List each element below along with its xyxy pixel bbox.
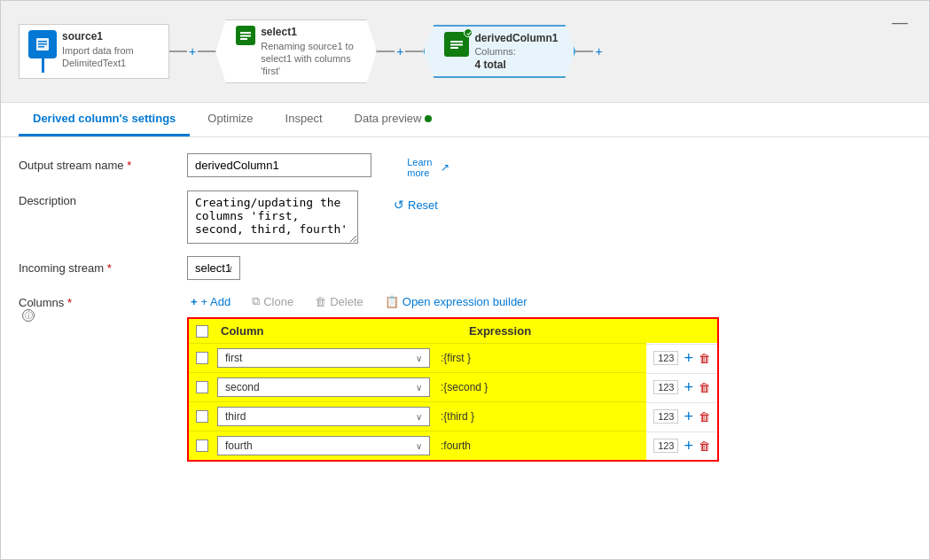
incoming-stream-select[interactable]: select1	[187, 256, 240, 280]
output-stream-label: Output stream name *	[19, 159, 187, 172]
row3-column-value: third	[225, 410, 246, 423]
row3-checkbox[interactable]	[196, 410, 208, 423]
output-stream-controls: Learn more ↗	[187, 152, 449, 178]
row2-add-icon[interactable]: +	[684, 378, 693, 397]
tab-datapreview[interactable]: Data preview	[340, 103, 447, 136]
table-header: Column Expression	[189, 319, 717, 343]
description-side: ↺ Reset	[376, 191, 438, 212]
row1-chevron-icon: ∨	[416, 354, 422, 363]
row1-column-value: first	[225, 352, 242, 364]
row3-type-badge: 123	[653, 409, 678, 424]
header-checkbox-cell	[196, 325, 221, 338]
source1-subtitle: Import data from DelimitedText1	[62, 44, 160, 70]
row4-column-select[interactable]: fourth ∨	[217, 436, 430, 455]
row2-type-badge: 123	[653, 380, 678, 394]
tab-inspect[interactable]: Inspect	[271, 103, 337, 136]
incoming-stream-row: Incoming stream * select1	[19, 256, 911, 280]
svg-rect-4	[240, 32, 251, 34]
row3-column-select[interactable]: third ∨	[217, 407, 430, 426]
pipeline-node-select1: select1 Renaming source1 to select1 with…	[215, 19, 377, 84]
row1-checkbox-cell	[196, 352, 214, 364]
row4-checkbox-cell	[196, 439, 214, 452]
columns-section: Columns * ⓘ + + Add ⧉ Clone �	[19, 292, 911, 462]
row3-checkbox-cell	[196, 410, 214, 423]
learn-more-button[interactable]: Learn more ↗	[407, 152, 449, 178]
row4-checkbox[interactable]	[196, 439, 208, 452]
derivedcolumn1-subtitle-label: Columns:	[474, 46, 558, 57]
svg-rect-6	[240, 38, 247, 40]
select1-title: select1	[261, 26, 367, 38]
clone-button[interactable]: ⧉ Clone	[248, 292, 297, 310]
description-row: Description ↺ Reset	[19, 191, 911, 244]
row4-delete-icon[interactable]: 🗑	[699, 439, 710, 453]
header-checkbox[interactable]	[196, 325, 208, 338]
row2-column-select[interactable]: second ∨	[217, 377, 430, 397]
row1-actions: 123 + 🗑	[646, 344, 717, 372]
description-label: Description	[19, 191, 187, 207]
table-row: second ∨ :{second } 123 + 🗑	[189, 372, 717, 401]
row2-checkbox[interactable]	[196, 381, 208, 393]
tabs-bar: Derived column's settings Optimize Inspe…	[1, 103, 929, 137]
row1-type-badge: 123	[653, 351, 678, 365]
row2-delete-icon[interactable]: 🗑	[699, 381, 710, 394]
add-icon: +	[191, 295, 198, 308]
columns-info-icon[interactable]: ⓘ	[22, 309, 35, 322]
table-row: third ∨ :{third } 123 + 🗑	[189, 401, 717, 431]
row3-add-icon[interactable]: +	[684, 408, 693, 426]
minimize-button[interactable]: —	[888, 10, 911, 35]
table-row: fourth ∨ :fourth 123 + 🗑	[189, 431, 717, 460]
description-controls: ↺ Reset	[187, 191, 438, 244]
row3-delete-icon[interactable]: 🗑	[699, 410, 710, 424]
source1-box[interactable]: source1 Import data from DelimitedText1	[19, 24, 169, 79]
tab-optimize[interactable]: Optimize	[193, 103, 267, 136]
delete-icon: 🗑	[315, 295, 326, 308]
connector-2: +	[377, 44, 423, 58]
source1-title: source1	[62, 30, 160, 43]
svg-rect-2	[38, 43, 47, 45]
output-stream-input[interactable]	[187, 153, 371, 177]
row3-chevron-icon: ∨	[416, 412, 422, 422]
row2-yellow: second ∨ :{second }	[189, 372, 646, 401]
svg-rect-8	[450, 44, 463, 46]
row1-delete-icon[interactable]: 🗑	[699, 352, 710, 365]
pipeline-node-derivedcolumn1: derivedColumn1 Columns: 4 total	[423, 25, 575, 78]
expression-header: Expression	[462, 324, 710, 338]
required-marker: *	[127, 159, 131, 172]
row1-column-select[interactable]: first ∨	[217, 348, 430, 368]
reset-button[interactable]: ↺ Reset	[394, 198, 438, 212]
row1-add-icon[interactable]: +	[684, 349, 693, 368]
delete-button[interactable]: 🗑 Delete	[311, 293, 367, 310]
row1-checkbox[interactable]	[196, 352, 208, 364]
learn-more-icon: ↗	[441, 161, 449, 174]
derivedcolumn1-title: derivedColumn1	[474, 32, 558, 44]
tab-settings[interactable]: Derived column's settings	[19, 103, 190, 136]
add-node-2[interactable]: +	[396, 44, 403, 58]
add-button[interactable]: + + Add	[187, 293, 234, 310]
svg-rect-3	[38, 46, 44, 48]
select1-box[interactable]: select1 Renaming source1 to select1 with…	[215, 19, 377, 84]
reset-icon: ↺	[394, 198, 404, 212]
row4-actions: 123 + 🗑	[646, 432, 717, 460]
incoming-stream-select-wrapper: select1	[187, 256, 240, 280]
row2-column-value: second	[225, 381, 260, 393]
expression-icon: 📋	[385, 295, 399, 308]
expression-builder-button[interactable]: 📋 Open expression builder	[381, 293, 531, 310]
row4-chevron-icon: ∨	[416, 441, 422, 451]
incoming-stream-label: Incoming stream *	[19, 261, 187, 275]
main-content: Output stream name * Learn more ↗ Descri…	[1, 137, 929, 476]
add-node-3[interactable]: +	[595, 44, 602, 58]
pipeline-bar: source1 Import data from DelimitedText1 …	[1, 1, 929, 103]
row3-actions: 123 + 🗑	[646, 402, 717, 431]
row4-column-value: fourth	[225, 439, 253, 452]
derivedcolumn1-box[interactable]: derivedColumn1 Columns: 4 total	[423, 25, 575, 78]
svg-rect-7	[450, 41, 463, 43]
description-textarea[interactable]	[187, 191, 358, 244]
select1-subtitle: Renaming source1 to select1 with columns…	[261, 40, 367, 78]
datapreview-dot	[425, 115, 432, 122]
row4-add-icon[interactable]: +	[684, 437, 693, 455]
svg-rect-1	[38, 41, 47, 43]
row2-checkbox-cell	[196, 381, 214, 393]
svg-rect-9	[450, 47, 458, 49]
add-node-1[interactable]: +	[189, 44, 196, 58]
output-stream-row: Output stream name * Learn more ↗	[19, 152, 911, 178]
